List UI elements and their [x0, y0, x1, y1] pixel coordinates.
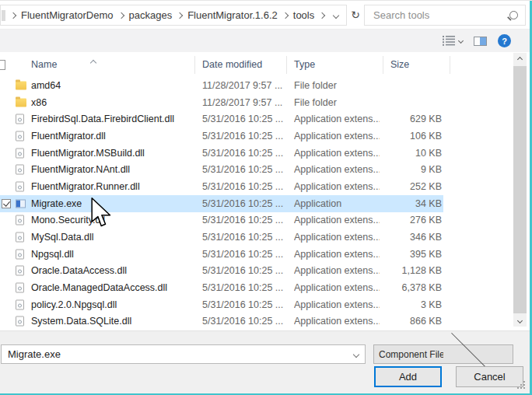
- file-row[interactable]: Oracle.ManagedDataAccess.dll5/31/2016 10…: [0, 279, 513, 296]
- file-name: policy.2.0.Npgsql.dll: [31, 299, 117, 310]
- filename-combobox[interactable]: [1, 344, 366, 364]
- column-header-date-modified[interactable]: Date modified: [202, 59, 262, 70]
- vertical-scrollbar[interactable]: [513, 53, 527, 327]
- file-row[interactable]: FluentMigrator.MSBuild.dll5/31/2016 10:2…: [0, 145, 513, 162]
- file-size: 629 KB: [358, 114, 442, 124]
- file-row[interactable]: amd6411/28/2017 9:57 ...File folder: [0, 77, 513, 94]
- address-bar: FluentMigratorDemo packages FluentMigrat…: [0, 1, 530, 30]
- scrollbar-thumb[interactable]: [513, 66, 527, 313]
- file-row[interactable]: policy.2.0.Npgsql.dll5/31/2016 10:25 ...…: [0, 296, 513, 313]
- filetype-value: Component Files (*.dll;*.tlb;*.olb: [379, 349, 443, 360]
- file-row[interactable]: Npgsql.dll5/31/2016 10:25 ...Application…: [0, 246, 513, 263]
- column-header-size[interactable]: Size: [390, 59, 409, 70]
- list-view-button[interactable]: [443, 36, 463, 46]
- resize-grip[interactable]: [517, 381, 526, 390]
- file-row[interactable]: Migrate.exe5/31/2016 10:25 ...Applicatio…: [0, 195, 513, 212]
- dll-icon: [16, 114, 24, 124]
- list-view-chevron-icon: [458, 38, 464, 44]
- column-divider[interactable]: [194, 56, 195, 74]
- file-name: FluentMigrator.dll: [31, 131, 106, 142]
- dll-icon: [16, 283, 24, 293]
- column-divider[interactable]: [383, 56, 383, 74]
- file-name: Npgsql.dll: [31, 249, 74, 260]
- dll-icon: [16, 316, 24, 327]
- breadcrumb-separator-icon: [117, 12, 124, 18]
- file-open-dialog: FluentMigratorDemo packages FluentMigrat…: [0, 0, 532, 395]
- dll-icon: [16, 165, 24, 175]
- breadcrumb-separator-icon: [319, 12, 325, 18]
- help-icon[interactable]: ?: [498, 34, 511, 47]
- column-header-name[interactable]: Name: [31, 59, 57, 70]
- select-all-checkbox[interactable]: [0, 60, 5, 70]
- file-name: Oracle.ManagedDataAccess.dll: [31, 282, 167, 293]
- breadcrumb-item[interactable]: packages: [129, 9, 173, 21]
- column-header-row: Name Date modified Type Size: [0, 52, 513, 75]
- file-name: Oracle.DataAccess.dll: [31, 265, 127, 276]
- column-header-type[interactable]: Type: [294, 59, 315, 70]
- filename-input[interactable]: [6, 348, 354, 361]
- file-size: 1,128 KB: [358, 265, 442, 276]
- file-size: 346 KB: [358, 232, 442, 243]
- filename-chevron-icon[interactable]: [353, 351, 359, 357]
- dll-icon: [16, 148, 24, 158]
- breadcrumb[interactable]: FluentMigratorDemo packages FluentMigrat…: [0, 5, 347, 26]
- file-name: Migrate.exe: [31, 198, 82, 209]
- dll-icon: [16, 249, 24, 259]
- column-divider[interactable]: [286, 56, 287, 74]
- file-date: 5/31/2016 10:25 ...: [202, 265, 288, 276]
- breadcrumb-separator-icon: [177, 12, 183, 18]
- preview-pane-icon[interactable]: [474, 37, 487, 46]
- dll-icon: [16, 232, 24, 243]
- folder-icon: [16, 98, 26, 107]
- file-row[interactable]: x8611/28/2017 9:57 ...File folder: [0, 94, 513, 111]
- search-box[interactable]: [364, 5, 526, 26]
- scroll-up-icon[interactable]: [513, 53, 527, 65]
- file-name: FluentMigrator.MSBuild.dll: [31, 148, 145, 159]
- breadcrumb-item[interactable]: FluentMigrator.1.6.2: [187, 9, 278, 21]
- file-date: 5/31/2016 10:25 ...: [202, 198, 288, 209]
- dll-icon: [16, 266, 24, 276]
- file-row[interactable]: Oracle.DataAccess.dll5/31/2016 10:25 ...…: [0, 263, 513, 280]
- cancel-button[interactable]: Cancel: [456, 366, 523, 387]
- file-row[interactable]: Mono.Security.dll5/31/2016 10:25 ...Appl…: [0, 212, 513, 229]
- file-name: System.Data.SQLite.dll: [31, 316, 131, 327]
- breadcrumb-item[interactable]: tools: [293, 9, 314, 21]
- breadcrumb-item[interactable]: FluentMigratorDemo: [21, 9, 114, 21]
- file-size: 106 KB: [358, 131, 442, 142]
- file-row[interactable]: FluentMigrator.NAnt.dll5/31/2016 10:25 .…: [0, 161, 513, 178]
- file-size: 866 KB: [358, 316, 442, 327]
- refresh-button[interactable]: ↻: [349, 6, 362, 23]
- file-row[interactable]: FirebirdSql.Data.FirebirdClient.dll5/31/…: [0, 110, 513, 128]
- dll-icon: [16, 215, 24, 225]
- file-row[interactable]: System.Data.SQLite.dll5/31/2016 10:25 ..…: [0, 313, 513, 330]
- file-date: 5/31/2016 10:25 ...: [202, 316, 288, 327]
- file-date: 5/31/2016 10:25 ...: [202, 249, 288, 260]
- view-toolbar: ?: [0, 30, 530, 52]
- file-size: 34 KB: [358, 198, 442, 209]
- dll-icon: [16, 181, 24, 191]
- file-date: 5/31/2016 10:25 ...: [202, 131, 288, 142]
- file-date: 5/31/2016 10:25 ...: [202, 232, 288, 243]
- file-size: 9 KB: [358, 164, 442, 175]
- file-size: 10 KB: [358, 148, 442, 159]
- file-row[interactable]: FluentMigrator.dll5/31/2016 10:25 ...App…: [0, 128, 513, 145]
- file-date: 5/31/2016 10:25 ...: [202, 181, 288, 192]
- file-name: amd64: [31, 80, 61, 91]
- add-button[interactable]: Add: [374, 366, 442, 387]
- folder-icon: [16, 81, 26, 89]
- file-date: 11/28/2017 9:57 ...: [202, 97, 288, 108]
- file-size: 276 KB: [358, 215, 442, 225]
- file-size: 6,378 KB: [358, 282, 442, 293]
- app-icon: [16, 199, 26, 208]
- filetype-dropdown[interactable]: Component Files (*.dll;*.tlb;*.olb: [373, 344, 513, 364]
- file-row[interactable]: FluentMigrator.Runner.dll5/31/2016 10:25…: [0, 178, 513, 195]
- file-row[interactable]: MySql.Data.dll5/31/2016 10:25 ...Applica…: [0, 229, 513, 246]
- scroll-down-icon[interactable]: [513, 314, 527, 327]
- search-input[interactable]: [372, 9, 509, 22]
- file-type: File folder: [294, 80, 380, 91]
- address-history-chevron-icon[interactable]: [333, 12, 339, 18]
- file-date: 5/31/2016 10:25 ...: [202, 299, 288, 310]
- dialog-footer: Component Files (*.dll;*.tlb;*.olb Add C…: [0, 330, 530, 393]
- row-checkbox[interactable]: [2, 199, 11, 208]
- column-divider[interactable]: [450, 56, 450, 74]
